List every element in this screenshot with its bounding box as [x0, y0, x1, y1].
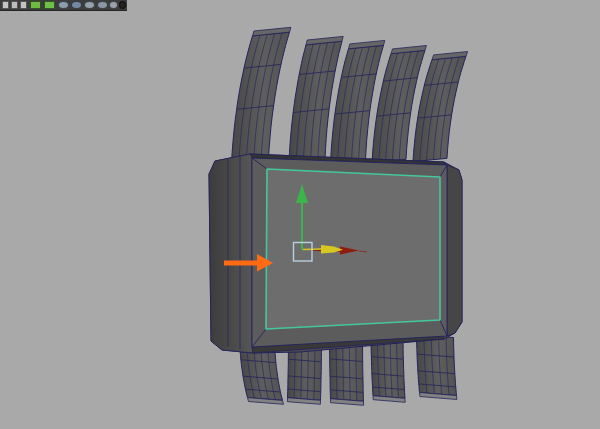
toolbar-sphere-icon-1[interactable]: [58, 1, 69, 9]
box-front-face-selected[interactable]: [266, 169, 440, 329]
toolbar-dark-icon[interactable]: [119, 1, 126, 9]
toolbar-square-icon-2[interactable]: [11, 1, 18, 9]
viewport-canvas[interactable]: [0, 0, 600, 429]
tube-bottom-5[interactable]: [417, 335, 457, 400]
toolbar-sphere-icon-2[interactable]: [71, 1, 82, 9]
top-tubes-group[interactable]: [232, 27, 468, 164]
box-right-face[interactable]: [447, 165, 462, 336]
tube-top-1[interactable]: [232, 27, 291, 164]
toolbar-green-icon-2[interactable]: [44, 1, 55, 9]
polygon-box[interactable]: [209, 154, 462, 353]
tube-bottom-4[interactable]: [371, 337, 405, 403]
tube-top-5[interactable]: [413, 52, 468, 162]
toolbar-sphere-icon-5[interactable]: [109, 1, 118, 9]
mini-toolbar: [0, 0, 127, 11]
toolbar-green-icon-1[interactable]: [30, 1, 41, 9]
toolbar-sphere-icon-4[interactable]: [97, 1, 108, 9]
toolbar-square-icon-1[interactable]: [2, 1, 9, 9]
toolbar-square-icon-3[interactable]: [20, 1, 27, 9]
toolbar-sphere-icon-3[interactable]: [84, 1, 95, 9]
box-left-face[interactable]: [209, 154, 253, 353]
